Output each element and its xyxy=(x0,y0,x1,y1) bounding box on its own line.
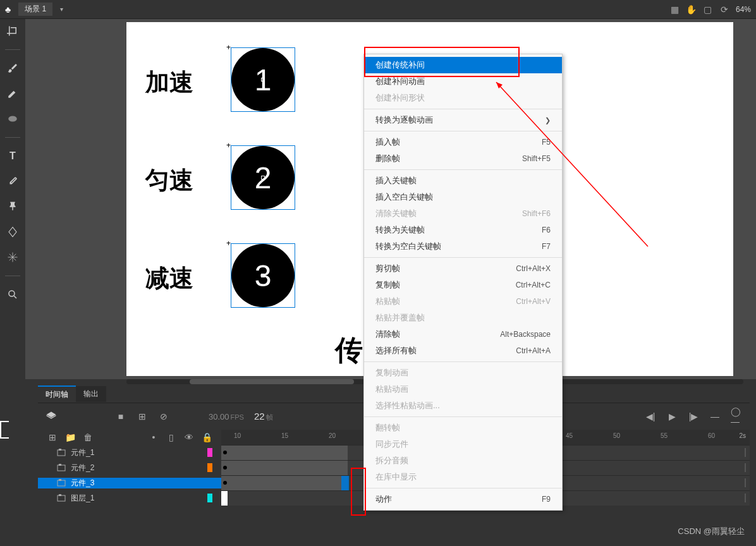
center-point-icon xyxy=(261,78,265,82)
menu-item[interactable]: 剪切帧Ctrl+Alt+X xyxy=(364,260,562,277)
svg-rect-11 xyxy=(59,494,61,496)
menu-item-label: 选择所有帧 xyxy=(375,345,417,356)
highlight-icon[interactable]: • xyxy=(148,432,159,443)
pen-tool-icon[interactable] xyxy=(6,87,20,100)
menu-item: 选择性粘贴动画... xyxy=(364,397,562,414)
link-icon[interactable]: ⊘ xyxy=(158,411,169,422)
symbol-3-box[interactable]: + 3 xyxy=(231,243,295,308)
svg-point-0 xyxy=(8,116,17,122)
track-end-icon xyxy=(745,494,746,502)
svg-rect-6 xyxy=(58,465,65,471)
menu-separator xyxy=(364,257,562,258)
current-frame: 22帧 xyxy=(254,411,273,422)
frame-span xyxy=(221,476,348,490)
menu-item-label: 转换为逐帧动画 xyxy=(375,114,433,126)
menu-item-label: 复制动画 xyxy=(375,367,408,379)
menu-separator xyxy=(364,416,562,417)
scrollbar-thumb[interactable] xyxy=(190,379,354,384)
grid-icon[interactable]: ▦ xyxy=(670,4,680,15)
scene-dropdown-icon[interactable]: ▾ xyxy=(60,6,63,13)
playhead[interactable] xyxy=(341,476,349,490)
ruler-tick: 20 xyxy=(329,432,336,439)
tab-timeline[interactable]: 时间轴 xyxy=(38,385,76,403)
eyedropper-tool-icon[interactable] xyxy=(6,174,20,188)
hierarchy-icon[interactable]: ⊞ xyxy=(137,411,148,422)
delete-layer-icon[interactable]: 🗑 xyxy=(82,432,94,443)
hand-icon[interactable]: ✋ xyxy=(686,4,697,15)
text-tool-icon[interactable]: T xyxy=(6,149,20,163)
svg-rect-8 xyxy=(58,480,65,486)
menu-item-label: 选择性粘贴动画... xyxy=(375,400,440,411)
menu-item[interactable]: 复制帧Ctrl+Alt+C xyxy=(364,277,562,293)
menu-item-label: 复制帧 xyxy=(375,279,400,291)
menu-item[interactable]: 清除帧Alt+Backspace xyxy=(364,326,562,343)
camera-icon[interactable]: ■ xyxy=(115,411,126,422)
registration-cross-icon: + xyxy=(226,239,231,248)
layer-name-cell[interactable]: 元件_3 xyxy=(38,478,221,488)
frame-span xyxy=(221,461,348,475)
pin-tool-icon[interactable] xyxy=(6,200,20,214)
tab-output[interactable]: 输出 xyxy=(76,386,106,402)
svg-rect-4 xyxy=(58,450,65,456)
layer-name-label: 元件_3 xyxy=(71,478,94,488)
menu-item-label: 动作 xyxy=(375,494,392,505)
menu-item[interactable]: 选择所有帧Ctrl+Alt+A xyxy=(364,343,562,359)
outline-icon[interactable]: ▯ xyxy=(166,432,177,443)
zoom-value[interactable]: 64% xyxy=(736,5,751,14)
ellipse-tool-icon[interactable] xyxy=(6,112,20,126)
rotate-icon[interactable]: ⟳ xyxy=(719,4,729,15)
loop-range-icon[interactable]: — xyxy=(709,411,721,422)
ruler-tick: 45 xyxy=(566,432,573,439)
menu-item: 在库中显示 xyxy=(364,469,562,485)
menu-item-label: 清除帧 xyxy=(375,329,400,340)
menu-shortcut: Ctrl+Alt+X xyxy=(516,264,551,273)
menu-item: 粘贴并覆盖帧 xyxy=(364,310,562,326)
divider xyxy=(5,137,20,138)
scene-icon: ♣ xyxy=(5,4,11,15)
menu-item: 同步元件 xyxy=(364,436,562,452)
menu-item-label: 删除帧 xyxy=(375,153,400,164)
svg-rect-9 xyxy=(59,479,61,481)
crop-corner-icon xyxy=(0,421,9,439)
step-forward-icon[interactable]: |▶ xyxy=(688,411,699,422)
layer-name-cell[interactable]: 元件_2 xyxy=(38,463,221,473)
keyframe-dot-icon xyxy=(223,451,227,454)
layer-name-cell[interactable]: 元件_1 xyxy=(38,447,221,458)
menu-item-label: 创建传统补间 xyxy=(375,59,425,71)
layer-color-marker xyxy=(207,463,212,472)
visibility-icon[interactable]: 👁 xyxy=(183,432,195,443)
symbol-2-box[interactable]: + 2 xyxy=(231,145,295,210)
divider xyxy=(5,276,20,276)
new-folder-icon[interactable]: 📁 xyxy=(64,432,76,443)
layer-name-cell[interactable]: 图层_1 xyxy=(38,493,221,504)
menu-item: 拆分音频 xyxy=(364,452,562,469)
svg-rect-7 xyxy=(59,464,61,466)
layer-name-label: 元件_1 xyxy=(71,447,94,458)
symbol-1-box[interactable]: + 1 xyxy=(231,47,295,112)
menu-shortcut: Ctrl+Alt+V xyxy=(516,297,551,306)
menu-item-label: 转换为空白关键帧 xyxy=(375,241,441,252)
registration-cross-icon: + xyxy=(226,43,231,52)
3d-tool-icon[interactable] xyxy=(6,250,20,264)
loop-toggle-icon[interactable]: ◯— xyxy=(731,411,742,422)
clip-icon[interactable]: ▢ xyxy=(703,4,713,15)
menu-item-label: 同步元件 xyxy=(375,439,408,450)
play-icon[interactable]: ▶ xyxy=(666,411,678,422)
new-layer-icon[interactable]: ⊞ xyxy=(47,432,58,443)
menu-item[interactable]: 创建传统补间 xyxy=(364,57,562,73)
brush-tool-icon[interactable] xyxy=(6,61,20,75)
crop-tool-icon[interactable] xyxy=(6,24,20,38)
ruler-tick: 50 xyxy=(613,432,620,439)
scene-selector[interactable]: 场景 1 xyxy=(18,3,52,16)
frame-span xyxy=(221,491,228,506)
lock-icon[interactable]: 🔒 xyxy=(201,432,212,443)
zoom-tool-icon[interactable] xyxy=(6,288,20,301)
step-back-icon[interactable]: ◀| xyxy=(645,411,656,422)
menu-shortcut: F9 xyxy=(542,495,551,504)
bone-tool-icon[interactable] xyxy=(6,225,20,239)
layers-icon[interactable] xyxy=(46,411,57,422)
menu-item[interactable]: 动作F9 xyxy=(364,491,562,507)
menu-item: 粘贴帧Ctrl+Alt+V xyxy=(364,293,562,310)
layer-type-icon xyxy=(57,464,66,471)
menu-item-label: 插入帧 xyxy=(375,136,400,148)
